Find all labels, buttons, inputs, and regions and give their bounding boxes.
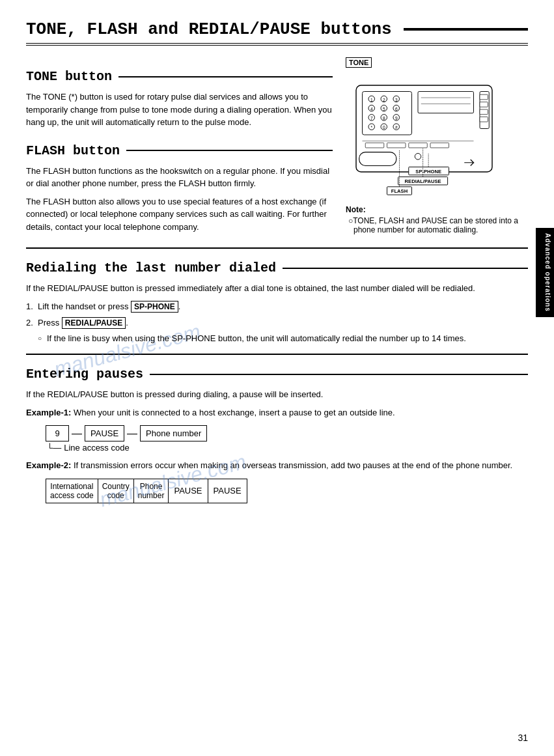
tone-flash-text-col: TONE button The TONE (*) button is used … bbox=[26, 57, 333, 238]
svg-point-40 bbox=[415, 154, 421, 160]
svg-rect-31 bbox=[480, 102, 488, 107]
example2-diagram: International access code Country code P… bbox=[46, 479, 528, 503]
section-divider-2 bbox=[26, 354, 528, 355]
tone-flash-section: TONE button The TONE (*) button is used … bbox=[26, 57, 528, 238]
svg-rect-30 bbox=[480, 94, 488, 100]
pauses-header-line bbox=[150, 374, 528, 375]
svg-text:8: 8 bbox=[383, 116, 385, 120]
note-text: ○TONE, FLASH and PAUSE can be stored int… bbox=[346, 216, 528, 234]
example1-label-text: Example-1: When your unit is connected t… bbox=[26, 406, 528, 419]
pauses-section: Entering pauses If the REDIAL/PAUSE butt… bbox=[26, 367, 528, 503]
tone-section-header: TONE button bbox=[26, 69, 333, 84]
diag-box-intl-access: International access code bbox=[46, 479, 98, 503]
example1-label: Example-1: bbox=[26, 408, 71, 417]
note-box: Note: ○TONE, FLASH and PAUSE can be stor… bbox=[346, 205, 528, 234]
example1-text: When your unit is connected to a host ex… bbox=[74, 408, 395, 417]
svg-rect-38 bbox=[430, 143, 449, 148]
phone-diagram-col: TONE 1 2 3 4 5 6 7 8 bbox=[346, 57, 528, 238]
title-decoration bbox=[404, 28, 528, 31]
flash-section-header: FLASH button bbox=[26, 143, 333, 158]
note-header: Note: bbox=[346, 205, 528, 214]
tone-header-line bbox=[118, 76, 333, 77]
sp-phone-btn-inline: SP-PHONE bbox=[131, 301, 178, 313]
example2-label-text: Example-2: If transmission errors occur … bbox=[26, 459, 528, 472]
redial-steps: 1. Lift the handset or press SP-PHONE. 2… bbox=[26, 300, 528, 345]
svg-rect-32 bbox=[480, 109, 488, 115]
example2-label: Example-2: bbox=[26, 460, 71, 470]
redial-step2-bullets: If the line is busy when using the SP-PH… bbox=[38, 332, 528, 345]
svg-rect-36 bbox=[387, 143, 406, 148]
subline-corner: └— bbox=[47, 443, 61, 453]
diag-box-country-code: Country code bbox=[98, 479, 134, 503]
svg-rect-35 bbox=[365, 143, 384, 148]
redial-step2: 2. Press REDIAL/PAUSE. If the line is bu… bbox=[26, 316, 528, 344]
tone-body: The TONE (*) button is used for rotary p… bbox=[26, 91, 333, 129]
redial-intro: If the REDIAL/PAUSE button is pressed im… bbox=[26, 282, 528, 295]
pauses-section-header: Entering pauses bbox=[26, 367, 528, 382]
diag-arrow-1: — bbox=[69, 428, 85, 440]
diag-box-9: 9 bbox=[46, 425, 69, 441]
svg-text:*: * bbox=[370, 125, 372, 130]
diag-box-pause3: PAUSE bbox=[208, 479, 247, 503]
example1-diag-row: 9 — PAUSE — Phone number bbox=[46, 425, 528, 441]
svg-text:3: 3 bbox=[395, 98, 398, 102]
svg-rect-37 bbox=[409, 143, 428, 148]
redial-section: Redialing the last number dialed If the … bbox=[26, 260, 528, 344]
side-tab: Advanced operations bbox=[536, 228, 554, 317]
svg-text:6: 6 bbox=[395, 107, 398, 111]
svg-rect-33 bbox=[480, 117, 488, 122]
redial-header-line bbox=[283, 268, 528, 269]
flash-header-line bbox=[126, 150, 333, 151]
svg-text:#: # bbox=[395, 125, 398, 130]
svg-text:REDIAL/PAUSE: REDIAL/PAUSE bbox=[405, 178, 441, 184]
tone-label: TONE bbox=[346, 57, 372, 68]
svg-text:7: 7 bbox=[370, 116, 373, 120]
pauses-intro: If the REDIAL/PAUSE button is pressed du… bbox=[26, 388, 528, 401]
redial-step2-bullet: If the line is busy when using the SP-PH… bbox=[38, 332, 528, 345]
svg-text:5: 5 bbox=[383, 107, 385, 111]
diag-box-phone-number: Phone number bbox=[140, 425, 207, 441]
diag-box-phone-number2: Phone number bbox=[134, 479, 169, 503]
diag-arrow-2: — bbox=[124, 428, 140, 440]
svg-rect-26 bbox=[418, 92, 474, 113]
diag-box-pause2: PAUSE bbox=[169, 479, 208, 503]
svg-text:0: 0 bbox=[383, 125, 385, 130]
flash-body1: The FLASH button functions as the hooksw… bbox=[26, 165, 333, 190]
svg-rect-39 bbox=[359, 152, 396, 166]
redial-pause-btn-inline: REDIAL/PAUSE bbox=[62, 317, 126, 329]
phone-diagram-svg: 1 2 3 4 5 6 7 8 9 * 0 # bbox=[346, 73, 515, 197]
svg-text:2: 2 bbox=[383, 98, 385, 102]
example2-diag-row: International access code Country code P… bbox=[46, 479, 528, 503]
flash-body2: The FLASH button also allows you to use … bbox=[26, 195, 333, 234]
redial-section-header: Redialing the last number dialed bbox=[26, 260, 528, 275]
svg-text:SP-PHONE: SP-PHONE bbox=[415, 169, 441, 175]
section-divider-1 bbox=[26, 247, 528, 249]
svg-text:FLASH: FLASH bbox=[391, 188, 408, 194]
svg-text:1: 1 bbox=[370, 98, 373, 102]
page-title: TONE, FLASH and REDIAL/PAUSE buttons bbox=[26, 20, 528, 46]
svg-text:4: 4 bbox=[370, 107, 373, 111]
svg-text:9: 9 bbox=[395, 116, 398, 120]
example2-text: If transmission errors occur when making… bbox=[74, 460, 512, 470]
diag-box-pause1: PAUSE bbox=[85, 425, 124, 441]
example1-subline: └— Line access code bbox=[46, 443, 528, 453]
example1-diagram: 9 — PAUSE — Phone number └— Line access … bbox=[46, 425, 528, 453]
subline-label: Line access code bbox=[64, 443, 129, 453]
redial-step1: 1. Lift the handset or press SP-PHONE. bbox=[26, 300, 528, 313]
page-number: 31 bbox=[518, 733, 528, 743]
